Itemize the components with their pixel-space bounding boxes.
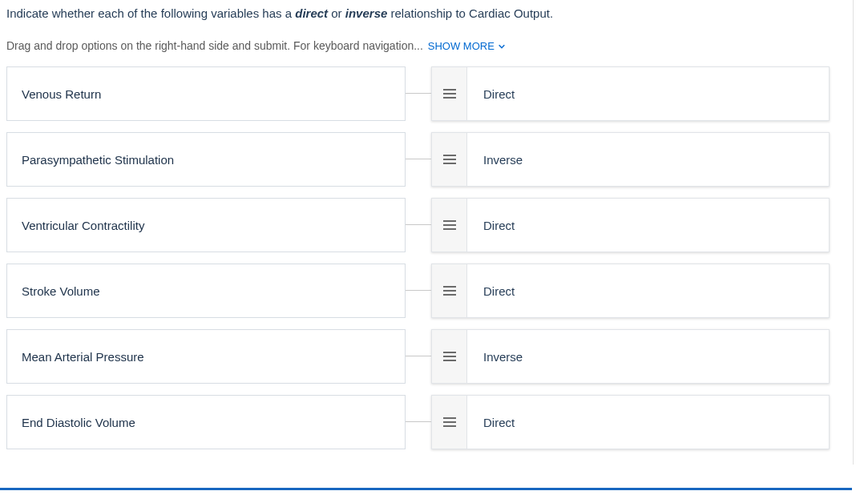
prompt-card: End Diastolic Volume <box>6 395 406 449</box>
answer-label: Inverse <box>467 133 829 186</box>
question-text: Indicate whether each of the following v… <box>6 5 862 22</box>
drag-handle-icon <box>442 219 457 231</box>
prompt-label: End Diastolic Volume <box>22 416 135 429</box>
drag-handle[interactable] <box>432 330 467 383</box>
show-more-label: SHOW MORE <box>428 40 495 52</box>
prompt-card: Ventricular Contractility <box>6 198 406 252</box>
drag-handle-icon <box>442 285 457 296</box>
prompt-label: Mean Arterial Pressure <box>22 350 144 364</box>
prompt-card: Mean Arterial Pressure <box>6 329 406 384</box>
drag-handle[interactable] <box>432 264 467 317</box>
matching-rows: Venous Return Direct Parasympathetic Sti… <box>6 66 862 449</box>
answer-card[interactable]: Direct <box>431 66 830 121</box>
instructions-text: Drag and drop options on the right-hand … <box>6 39 862 52</box>
answer-card[interactable]: Inverse <box>431 329 830 384</box>
drag-handle[interactable] <box>432 67 467 120</box>
prompt-label: Parasympathetic Stimulation <box>22 153 174 167</box>
question-em-direct: direct <box>295 6 328 20</box>
drag-handle[interactable] <box>432 396 467 449</box>
match-row: Stroke Volume Direct <box>6 264 862 318</box>
drag-handle[interactable] <box>432 199 467 252</box>
prompt-card: Venous Return <box>6 66 406 121</box>
question-text-after: relationship to Cardiac Output. <box>387 6 553 20</box>
match-connector <box>406 66 431 121</box>
answer-label: Direct <box>467 67 829 120</box>
match-row: Ventricular Contractility Direct <box>6 198 862 252</box>
chevron-down-icon <box>498 42 506 50</box>
match-row: Mean Arterial Pressure Inverse <box>6 329 862 384</box>
match-connector <box>406 132 431 187</box>
prompt-label: Ventricular Contractility <box>22 219 144 232</box>
answer-card[interactable]: Direct <box>431 198 830 252</box>
bottom-accent-line <box>0 488 852 490</box>
match-row: Parasympathetic Stimulation Inverse <box>6 132 862 187</box>
drag-handle-icon <box>442 88 457 99</box>
prompt-label: Venous Return <box>22 87 101 101</box>
answer-card[interactable]: Direct <box>431 264 830 318</box>
show-more-toggle[interactable]: SHOW MORE <box>428 40 506 52</box>
prompt-card: Parasympathetic Stimulation <box>6 132 406 187</box>
answer-label: Direct <box>467 264 829 317</box>
drag-handle[interactable] <box>432 133 467 186</box>
match-connector <box>406 329 431 384</box>
match-connector <box>406 395 431 449</box>
answer-card[interactable]: Direct <box>431 395 830 449</box>
answer-card[interactable]: Inverse <box>431 132 830 187</box>
prompt-card: Stroke Volume <box>6 264 406 318</box>
question-text-mid: or <box>328 6 345 20</box>
drag-handle-icon <box>442 351 457 362</box>
instructions-body: Drag and drop options on the right-hand … <box>6 39 423 52</box>
drag-handle-icon <box>442 154 457 165</box>
match-row: Venous Return Direct <box>6 66 862 121</box>
prompt-label: Stroke Volume <box>22 284 100 298</box>
answer-label: Inverse <box>467 330 829 383</box>
answer-label: Direct <box>467 396 829 449</box>
match-row: End Diastolic Volume Direct <box>6 395 862 449</box>
drag-handle-icon <box>442 417 457 428</box>
question-text-before: Indicate whether each of the following v… <box>6 6 295 20</box>
match-connector <box>406 198 431 252</box>
question-em-inverse: inverse <box>345 6 388 20</box>
match-connector <box>406 264 431 318</box>
answer-label: Direct <box>467 199 829 252</box>
